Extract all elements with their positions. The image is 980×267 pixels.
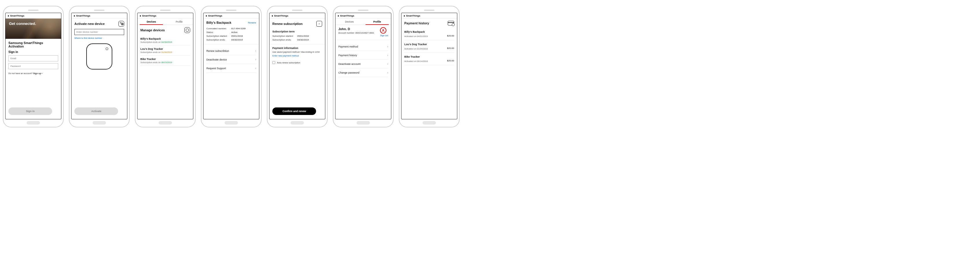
nav-payment-history[interactable]: Payment history› <box>338 51 388 60</box>
nav-support[interactable]: Request Support› <box>206 64 256 73</box>
pay-name: Billy's Backpack <box>404 30 425 33</box>
signout-link[interactable]: Sign out <box>380 34 388 37</box>
phone-device-detail: SmartThings Billy's Backpack Rename Conn… <box>201 6 262 128</box>
kv-row: Subscription ends:04/30/2019 <box>206 38 256 41</box>
email-field[interactable] <box>8 55 58 61</box>
brand-bar: SmartThings <box>336 13 391 19</box>
signup-link[interactable]: Sign up › <box>33 72 42 75</box>
phone-renew: SmartThings Renew subscription ‹ Subscri… <box>267 6 328 128</box>
speaker <box>424 10 434 11</box>
signin-button[interactable]: Sign in <box>8 107 52 115</box>
screen: SmartThings Devices Profile Manage devic… <box>137 13 193 119</box>
calendar-back-icon: ‹ <box>317 21 322 27</box>
speaker <box>292 10 302 11</box>
nav-deactivate-account[interactable]: Deactivate account› <box>338 60 388 68</box>
screen: SmartThings Payment history Billy's Back… <box>401 13 457 119</box>
brand-label: SmartThings <box>208 14 222 17</box>
nav-deactivate[interactable]: Deactivate device› <box>206 55 256 64</box>
brand-bar: SmartThings <box>137 13 193 19</box>
activate-button[interactable]: Activate <box>75 107 118 115</box>
autorenew-label: Auto-renew subscription <box>277 61 300 64</box>
profile-avatar-icon <box>380 27 387 34</box>
device-tile-icon[interactable] <box>185 27 190 33</box>
phone-manage-devices: SmartThings Devices Profile Manage devic… <box>135 6 196 128</box>
nav-renew[interactable]: Renew subscribtion› <box>206 46 256 55</box>
pay-name: Bike Tracker <box>404 55 420 58</box>
payment-row[interactable]: Bike Tracker Activated on 06/14/2018$20.… <box>404 53 454 65</box>
device-row[interactable]: Bike Tracker Subscription ends on 06/15/… <box>140 56 190 66</box>
password-field[interactable] <box>8 63 58 69</box>
chevron-right-icon: › <box>387 62 388 66</box>
chevron-right-icon: › <box>255 49 256 53</box>
brand-label: SmartThings <box>274 14 288 17</box>
tab-profile[interactable]: Profile <box>363 19 391 25</box>
kv-row: Status:Active <box>206 31 256 34</box>
pay-sub: Activated on 04/31/2019 <box>404 35 428 38</box>
home-button[interactable] <box>92 121 106 125</box>
speaker <box>226 10 237 11</box>
chevron-right-icon: › <box>387 54 388 57</box>
home-button[interactable] <box>224 121 238 125</box>
payment-card-icon <box>448 21 454 26</box>
home-button[interactable] <box>356 121 370 125</box>
pay-name: Lou's Dog Tracker <box>404 43 427 46</box>
term-heading: Subscription term <box>272 30 322 33</box>
phone-activate: SmartThings Activate new device Where to… <box>69 6 130 128</box>
saved-payment-note: Use saved payment method: Visa ending in… <box>272 51 322 53</box>
device-sub: Subscription ends on 01/30/2019 <box>140 51 190 54</box>
screen: SmartThings Devices Profile John. D Acco… <box>335 13 391 119</box>
chevron-right-icon: › <box>387 45 388 48</box>
device-title: Billy's Backpack <box>206 21 231 24</box>
brand-bar: SmartThings <box>72 13 127 19</box>
page-title: Samsung SmartThings Activation <box>8 41 58 48</box>
home-button[interactable] <box>27 121 40 125</box>
kv-row: Subscription started:05/01/2018 <box>272 35 322 37</box>
add-device-icon[interactable] <box>118 21 124 27</box>
brand-label: SmartThings <box>10 14 24 17</box>
new-payment-link[interactable]: Enter new payment method <box>272 54 299 57</box>
home-button[interactable] <box>291 121 304 125</box>
tabs: Devices Profile <box>137 19 193 25</box>
tab-profile[interactable]: Profile <box>165 19 193 25</box>
home-button[interactable] <box>423 121 436 125</box>
phone-payment-history: SmartThings Payment history Billy's Back… <box>399 6 460 128</box>
device-row[interactable]: Billy's Backpack Subscription ends on 04… <box>140 35 190 45</box>
nav-payment-method[interactable]: Payment method› <box>338 42 388 51</box>
device-row[interactable]: Lou's Dog Tracker Subscription ends on 0… <box>140 45 190 56</box>
rename-link[interactable]: Rename <box>248 21 256 24</box>
payment-row[interactable]: Lou's Dog Tracker Activated on 01/29/201… <box>404 40 454 53</box>
tab-devices[interactable]: Devices <box>336 19 363 25</box>
pay-amount: $20.00 <box>447 34 454 38</box>
kv-row: Subscription ends:04/30/2019 <box>272 38 322 41</box>
confirm-renew-button[interactable]: Confirm and renew <box>272 107 316 115</box>
phone-profile: SmartThings Devices Profile John. D Acco… <box>333 6 394 128</box>
tabs: Devices Profile <box>336 19 391 25</box>
page-title: Manage devices <box>140 29 165 32</box>
brand-bar: SmartThings <box>5 13 61 19</box>
device-illustration <box>86 43 112 69</box>
device-sub: Subscription ends on 06/15/2019 <box>140 61 190 64</box>
device-number-input[interactable] <box>75 29 124 35</box>
device-name: Billy's Backpack <box>140 37 190 40</box>
brand-label: SmartThings <box>76 14 90 17</box>
tab-devices[interactable]: Devices <box>137 19 165 25</box>
brand-label: SmartThings <box>142 14 156 17</box>
nav-change-password[interactable]: Change password› <box>338 68 388 77</box>
signin-heading: Sign in <box>8 50 58 54</box>
autorenew-checkbox[interactable] <box>272 61 275 64</box>
speaker <box>94 10 105 11</box>
hero-title: Get connected. <box>9 21 36 26</box>
brand-bar: SmartThings <box>269 13 325 19</box>
home-button[interactable] <box>159 121 172 125</box>
screen: SmartThings Billy's Backpack Rename Conn… <box>203 13 259 119</box>
screen: SmartThings Renew subscription ‹ Subscri… <box>269 13 325 119</box>
payment-row[interactable]: Billy's Backpack Activated on 04/31/2019… <box>404 28 454 40</box>
brand-bar: SmartThings <box>204 13 259 19</box>
pay-sub: Activated on 06/14/2018 <box>404 60 428 62</box>
chevron-right-icon: › <box>387 71 388 74</box>
where-to-find-link[interactable]: Where to find device number <box>75 37 124 39</box>
device-name: Lou's Dog Tracker <box>140 48 190 50</box>
speaker <box>28 10 38 11</box>
pay-amount: $20.00 <box>447 47 454 50</box>
screen: SmartThings Activate new device Where to… <box>71 13 127 119</box>
